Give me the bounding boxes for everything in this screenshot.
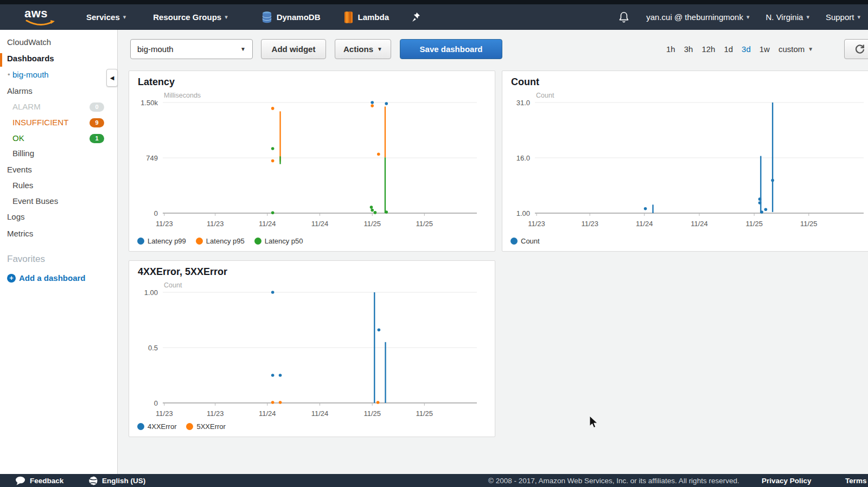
save-dashboard-button[interactable]: Save dashboard	[400, 39, 502, 59]
nav-user-label: yan.cui @ theburningmonk	[646, 12, 743, 22]
svg-text:11/24: 11/24	[636, 220, 653, 228]
time-range-1w[interactable]: 1w	[760, 44, 770, 54]
privacy-policy-link[interactable]: Privacy Policy	[762, 477, 812, 485]
legend-item-latency-p95[interactable]: Latency p95	[196, 237, 245, 245]
nav-left-group: aws Services ▾ Resource Groups ▾	[0, 4, 420, 30]
sidebar-section-favorites: Favorites	[7, 254, 45, 265]
dashboard-select-value: big-mouth	[137, 44, 174, 54]
svg-text:749: 749	[146, 154, 158, 162]
terms-label: Terms of	[845, 477, 868, 485]
legend-item-count[interactable]: Count	[510, 237, 540, 245]
svg-text:Count: Count	[536, 92, 554, 99]
count-chart-legend: Count	[510, 237, 540, 245]
add-widget-button[interactable]: Add widget	[261, 39, 326, 59]
sidebar-item-rules[interactable]: Rules	[12, 181, 33, 190]
add-dashboard-link[interactable]: + Add a dashboard	[7, 273, 86, 283]
svg-text:11/24: 11/24	[311, 220, 329, 228]
sidebar-item-dashboards[interactable]: Dashboards	[7, 54, 54, 63]
feedback-link[interactable]: Feedback	[15, 476, 63, 485]
nav-inner: aws Services ▾ Resource Groups ▾	[0, 4, 868, 30]
svg-text:11/24: 11/24	[259, 220, 276, 228]
svg-text:11/23: 11/23	[156, 409, 173, 418]
svg-text:Count: Count	[164, 281, 182, 289]
legend-color-dot	[254, 238, 261, 245]
chevron-down-icon: ▼	[377, 46, 382, 52]
sidebar-item-big-mouth[interactable]: • big-mouth	[12, 70, 49, 79]
lambda-icon	[343, 11, 354, 24]
legend-color-dot	[510, 238, 518, 245]
legend-label: Latency p50	[265, 237, 303, 245]
nav-dynamodb-label: DynamoDB	[277, 12, 321, 22]
sidebar-item-event-buses[interactable]: Event Buses	[12, 196, 58, 206]
mouse-cursor	[589, 415, 599, 432]
refresh-icon	[854, 44, 865, 55]
nav-user-menu[interactable]: yan.cui @ theburningmonk ▾	[646, 12, 749, 22]
chevron-down-icon: ▾	[806, 14, 809, 21]
ok-count-badge[interactable]: 1	[90, 134, 104, 143]
legend-item-5xxerror[interactable]: 5XXError	[186, 422, 225, 431]
privacy-policy-label: Privacy Policy	[762, 477, 812, 485]
plus-icon: +	[7, 274, 16, 283]
latency-chart-plot[interactable]: 07491.50kMilliseconds11/2311/2311/2411/2…	[129, 71, 495, 251]
sidebar-item-insufficient[interactable]: INSUFFICIENT	[12, 118, 68, 127]
errors-chart-legend: 4XXError5XXError	[137, 422, 226, 431]
time-range-custom[interactable]: custom ▼	[778, 44, 813, 54]
notifications-bell-icon[interactable]	[618, 11, 630, 24]
errors-widget[interactable]: 00.51.00Count11/2311/2311/2411/2411/2511…	[129, 260, 495, 437]
add-dashboard-label: Add a dashboard	[19, 273, 86, 283]
legend-item-latency-p99[interactable]: Latency p99	[137, 237, 186, 245]
chevron-left-icon: ◀	[110, 75, 114, 81]
legend-color-dot	[196, 238, 203, 245]
svg-text:0: 0	[154, 399, 158, 407]
copyright-text: © 2008 - 2017, Amazon Web Services, Inc.…	[488, 477, 739, 485]
sidebar-collapse-button[interactable]: ◀	[106, 69, 118, 87]
sidebar-item-events[interactable]: Events	[7, 165, 32, 174]
latency-widget[interactable]: 07491.50kMilliseconds11/2311/2311/2411/2…	[129, 71, 495, 252]
svg-text:11/25: 11/25	[416, 409, 433, 418]
sidebar-item-logs[interactable]: Logs	[7, 212, 25, 221]
errors-chart-plot[interactable]: 00.51.00Count11/2311/2311/2411/2411/2511…	[129, 261, 495, 437]
nav-support-menu[interactable]: Support ▾	[826, 12, 860, 22]
aws-logo[interactable]: aws	[24, 8, 56, 27]
svg-text:11/24: 11/24	[311, 409, 329, 418]
svg-text:11/25: 11/25	[800, 220, 818, 228]
legend-label: 5XXError	[196, 422, 225, 431]
sidebar-item-billing[interactable]: Billing	[12, 149, 34, 158]
pin-icon[interactable]	[412, 12, 420, 22]
svg-text:11/23: 11/23	[156, 220, 173, 228]
svg-text:11/25: 11/25	[363, 409, 381, 418]
time-range-12h[interactable]: 12h	[701, 44, 715, 54]
sidebar-item-alarms[interactable]: Alarms	[7, 86, 33, 95]
sidebar-item-metrics[interactable]: Metrics	[7, 229, 33, 238]
sidebar-service-title[interactable]: CloudWatch	[7, 37, 51, 47]
svg-text:1.00: 1.00	[516, 209, 530, 217]
dashboard-select[interactable]: big-mouth ▼	[130, 39, 253, 59]
sidebar-item-ok[interactable]: OK	[12, 133, 24, 143]
nav-resource-groups-menu[interactable]: Resource Groups ▾	[153, 12, 227, 22]
legend-item-4xxerror[interactable]: 4XXError	[137, 422, 176, 431]
time-range-1h[interactable]: 1h	[666, 44, 675, 54]
actions-button[interactable]: Actions ▼	[335, 39, 391, 59]
nav-services-menu[interactable]: Services ▾	[86, 12, 126, 22]
count-chart-plot[interactable]: 1.0016.031.0Count11/2311/2311/2411/2411/…	[502, 71, 868, 251]
nav-region-menu[interactable]: N. Virginia ▾	[765, 12, 809, 22]
chevron-down-icon: ▼	[240, 46, 246, 52]
terms-link[interactable]: Terms of	[845, 477, 868, 485]
time-range-1d[interactable]: 1d	[724, 44, 733, 54]
legend-item-latency-p50[interactable]: Latency p50	[254, 237, 303, 245]
chevron-down-icon: ▾	[857, 14, 860, 21]
language-selector[interactable]: English (US)	[88, 476, 145, 485]
feedback-label: Feedback	[30, 477, 63, 485]
nav-shortcut-lambda[interactable]: Lambda	[343, 11, 390, 24]
refresh-button[interactable]	[844, 39, 868, 59]
nav-shortcut-dynamodb[interactable]: DynamoDB	[261, 11, 321, 24]
legend-label: Latency p95	[206, 237, 245, 245]
time-range-3d-selected[interactable]: 3d	[742, 44, 751, 54]
nav-right-group: yan.cui @ theburningmonk ▾ N. Virginia ▾…	[618, 4, 868, 30]
insufficient-count-badge[interactable]: 9	[90, 118, 104, 127]
time-range-3h[interactable]: 3h	[684, 44, 693, 54]
sidebar-item-alarm[interactable]: ALARM	[12, 102, 41, 111]
alarm-count-badge[interactable]: 0	[90, 102, 104, 112]
count-widget[interactable]: 1.0016.031.0Count11/2311/2311/2411/2411/…	[502, 71, 868, 252]
svg-text:11/24: 11/24	[691, 220, 708, 228]
